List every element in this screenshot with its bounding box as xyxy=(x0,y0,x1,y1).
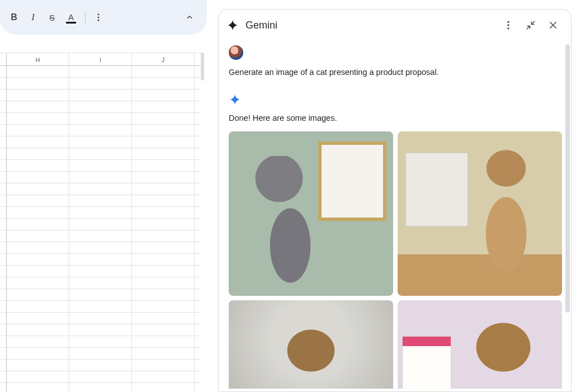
cell[interactable] xyxy=(0,277,7,289)
cell[interactable] xyxy=(0,183,7,195)
cell[interactable] xyxy=(0,160,7,171)
cell[interactable] xyxy=(132,242,195,253)
cell[interactable] xyxy=(7,324,69,336)
cell[interactable] xyxy=(7,101,69,112)
cell[interactable] xyxy=(132,254,195,265)
cell[interactable] xyxy=(69,313,132,324)
cell[interactable] xyxy=(0,301,7,312)
cell[interactable] xyxy=(0,324,7,336)
cell[interactable] xyxy=(0,125,7,136)
generated-image[interactable] xyxy=(229,131,393,296)
cell[interactable] xyxy=(0,172,7,183)
panel-close-button[interactable] xyxy=(543,15,563,35)
cell[interactable] xyxy=(132,219,195,230)
cell[interactable] xyxy=(0,348,7,359)
cell[interactable] xyxy=(7,336,69,347)
cell[interactable] xyxy=(132,301,195,312)
cell[interactable] xyxy=(7,348,69,359)
cell[interactable] xyxy=(0,254,7,265)
column-header[interactable]: J xyxy=(132,53,195,65)
cell[interactable] xyxy=(69,219,132,230)
cell[interactable] xyxy=(7,183,69,195)
cell[interactable] xyxy=(7,277,69,289)
cell[interactable] xyxy=(7,66,69,77)
cell[interactable] xyxy=(7,195,69,206)
cell[interactable] xyxy=(0,78,7,89)
cell[interactable] xyxy=(0,148,7,159)
cell[interactable] xyxy=(0,360,7,371)
cell[interactable] xyxy=(7,301,69,312)
cell[interactable] xyxy=(0,219,7,230)
cell[interactable] xyxy=(132,195,195,206)
more-format-button[interactable] xyxy=(90,9,107,26)
cell[interactable] xyxy=(132,207,195,218)
cell[interactable] xyxy=(132,289,195,300)
column-header[interactable]: I xyxy=(69,53,132,65)
cell[interactable] xyxy=(7,371,69,382)
cell[interactable] xyxy=(7,89,69,101)
vertical-scrollbar[interactable] xyxy=(201,53,204,81)
cell[interactable] xyxy=(69,230,132,242)
cell[interactable] xyxy=(0,89,7,101)
column-header[interactable]: H xyxy=(7,53,69,65)
cell[interactable] xyxy=(69,89,132,101)
cell[interactable] xyxy=(0,66,7,77)
cell[interactable] xyxy=(0,136,7,148)
cell[interactable] xyxy=(7,360,69,371)
cell[interactable] xyxy=(69,371,132,382)
cell[interactable] xyxy=(132,336,195,347)
cell[interactable] xyxy=(7,383,69,392)
cell[interactable] xyxy=(132,125,195,136)
cell[interactable] xyxy=(69,66,132,77)
panel-more-button[interactable] xyxy=(498,15,518,35)
cell[interactable] xyxy=(132,371,195,382)
cell[interactable] xyxy=(132,78,195,89)
cell[interactable] xyxy=(132,172,195,183)
cell[interactable] xyxy=(132,313,195,324)
cell[interactable] xyxy=(69,101,132,112)
cell[interactable] xyxy=(132,348,195,359)
cell[interactable] xyxy=(69,289,132,300)
generated-image[interactable] xyxy=(398,300,562,389)
panel-minimize-button[interactable] xyxy=(521,15,541,35)
cell[interactable] xyxy=(0,383,7,392)
italic-button[interactable]: I xyxy=(25,9,41,26)
cell[interactable] xyxy=(69,336,132,347)
cell[interactable] xyxy=(132,101,195,112)
cell[interactable] xyxy=(7,313,69,324)
cell[interactable] xyxy=(132,266,195,277)
cell[interactable] xyxy=(69,348,132,359)
cell[interactable] xyxy=(69,160,132,171)
cell[interactable] xyxy=(7,136,69,148)
cell[interactable] xyxy=(7,148,69,159)
cell[interactable] xyxy=(0,242,7,253)
generated-image[interactable] xyxy=(398,131,562,296)
cell[interactable] xyxy=(132,136,195,148)
cell[interactable] xyxy=(69,195,132,206)
cell[interactable] xyxy=(7,113,69,124)
cell[interactable] xyxy=(7,289,69,300)
cell[interactable] xyxy=(132,148,195,159)
cell[interactable] xyxy=(69,266,132,277)
cell[interactable] xyxy=(7,219,69,230)
cell[interactable] xyxy=(7,254,69,265)
cell[interactable] xyxy=(69,242,132,253)
cell[interactable] xyxy=(69,172,132,183)
cell[interactable] xyxy=(7,172,69,183)
bold-button[interactable]: B xyxy=(6,9,22,26)
cell[interactable] xyxy=(0,313,7,324)
cell[interactable] xyxy=(132,183,195,195)
cell[interactable] xyxy=(0,195,7,206)
cell[interactable] xyxy=(132,113,195,124)
cell[interactable] xyxy=(69,113,132,124)
cell[interactable] xyxy=(69,183,132,195)
cell[interactable] xyxy=(132,277,195,289)
cell[interactable] xyxy=(7,242,69,253)
cell[interactable] xyxy=(69,125,132,136)
cell[interactable] xyxy=(69,383,132,392)
panel-scrollbar[interactable] xyxy=(565,44,570,313)
cell[interactable] xyxy=(69,254,132,265)
cell[interactable] xyxy=(7,125,69,136)
generated-image[interactable] xyxy=(229,300,393,389)
cell[interactable] xyxy=(132,230,195,242)
